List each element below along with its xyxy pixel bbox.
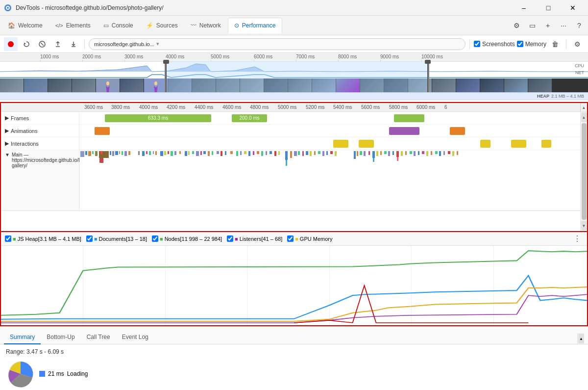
animations-label[interactable]: ▶ Animations [1, 125, 79, 137]
settings-button[interactable]: ⚙ [510, 19, 523, 32]
svg-rect-62 [274, 151, 276, 156]
svg-rect-74 [322, 151, 324, 156]
gpu-dot: ■ [295, 236, 298, 242]
main-thread-track[interactable]: ▼ Main — https://microsoftedge.github.io… [1, 150, 587, 211]
documents-checkbox[interactable] [86, 235, 93, 242]
animations-track[interactable]: ▶ Animations [1, 125, 587, 137]
gpu-checkbox-label[interactable]: ■ GPU Memory [287, 235, 332, 242]
js-heap-checkbox[interactable] [5, 235, 11, 242]
memory-label: Memory [525, 41, 546, 48]
screenshot-thumb [0, 78, 24, 92]
detail-tick-1: 3600 ms [84, 104, 103, 110]
svg-rect-87 [384, 151, 387, 154]
download-button[interactable] [67, 37, 80, 51]
svg-rect-48 [212, 151, 213, 155]
tab-elements[interactable]: </> Elements [49, 18, 97, 33]
svg-rect-56 [248, 151, 250, 156]
svg-rect-51 [225, 151, 226, 155]
close-button[interactable]: ✕ [562, 0, 584, 16]
main-thread-label[interactable]: ▼ Main — https://microsoftedge.github.io… [1, 150, 79, 210]
maximize-button[interactable]: □ [537, 0, 560, 16]
memory-menu-button[interactable]: ⋮ [571, 234, 583, 243]
screenshots-checkbox[interactable] [474, 41, 480, 47]
timeline-scroll-up[interactable]: ▲ [580, 103, 587, 112]
screenshot-thumb [336, 78, 360, 92]
svg-rect-82 [368, 151, 370, 155]
frames-track[interactable]: ▶ Frames 633.3 ms 200.0 ms [1, 112, 587, 125]
minimize-button[interactable]: – [513, 0, 535, 16]
ruler-tick-10: 10000 ms [421, 54, 443, 59]
interactions-track[interactable]: ▶ Interactions [1, 137, 587, 150]
svg-rect-63 [278, 151, 280, 155]
svg-rect-17 [92, 151, 94, 154]
devtools-tab-bar: 🏠 Welcome </> Elements ▭ Console ⚡ Sourc… [0, 16, 588, 35]
scroll-down-btn[interactable]: ▼ [581, 221, 587, 231]
nodes-checkbox-label[interactable]: ■ Nodes[11 998 – 22 984] [152, 235, 222, 242]
svg-rect-30 [142, 151, 145, 156]
loading-label: Loading [67, 370, 88, 377]
interaction-bar-5 [541, 140, 552, 148]
svg-rect-68 [298, 151, 300, 155]
nodes-checkbox[interactable] [152, 235, 158, 242]
tab-welcome[interactable]: 🏠 Welcome [2, 18, 49, 33]
frame-bar-1-label: 633.3 ms [148, 115, 168, 121]
scroll-up-btn[interactable]: ▲ [581, 112, 587, 122]
memory-checkbox[interactable] [517, 41, 523, 47]
record-button[interactable] [4, 37, 18, 51]
reload-record-button[interactable] [20, 37, 33, 51]
memory-checkbox-label[interactable]: Memory [517, 41, 546, 48]
tab-sources[interactable]: ⚡ Sources [140, 18, 184, 33]
tab-call-tree[interactable]: Call Tree [81, 331, 116, 344]
screenshots-checkbox-label[interactable]: Screenshots [474, 41, 515, 48]
tracks-scrollbar[interactable]: ▲ ▼ [580, 112, 587, 231]
interactions-label[interactable]: ▶ Interactions [1, 137, 79, 150]
clear-button[interactable] [35, 37, 49, 51]
svg-rect-75 [326, 151, 328, 155]
svg-rect-39 [174, 151, 176, 155]
trash-button[interactable]: 🗑 [548, 37, 562, 51]
panel-button[interactable]: ▭ [525, 19, 539, 32]
tab-performance[interactable]: ⊙ Performance [228, 18, 282, 33]
svg-rect-15 [85, 151, 87, 155]
svg-rect-55 [244, 151, 246, 154]
more-menu-button[interactable]: ··· [557, 19, 570, 32]
cpu-label-text: CPU [575, 63, 584, 68]
tab-summary[interactable]: Summary [4, 331, 41, 344]
svg-rect-16 [88, 151, 91, 156]
screenshot-thumb [240, 78, 264, 92]
help-button[interactable]: ? [572, 19, 586, 32]
nodes-label: Nodes[11 998 – 22 984] [165, 236, 222, 242]
tab-network[interactable]: 〰 Network [185, 18, 227, 33]
bottom-scrollbar[interactable]: ▲ [577, 333, 584, 344]
more-tools-button[interactable]: + [541, 19, 555, 32]
perf-settings-button[interactable]: ⚙ [570, 37, 584, 51]
performance-toolbar: microsoftedge.github.io... ▾ Screenshots… [0, 35, 588, 53]
svg-rect-99 [431, 151, 432, 155]
svg-rect-20 [99, 158, 103, 163]
svg-marker-4 [24, 43, 26, 45]
timeline-overview[interactable]: 1000 ms 2000 ms 3000 ms 4000 ms 5000 ms … [0, 53, 588, 102]
screenshot-thumb [264, 78, 288, 92]
tab-bottom-up[interactable]: Bottom-Up [41, 331, 80, 344]
listeners-checkbox-label[interactable]: ■ Listeners[41 – 68] [227, 235, 282, 242]
tab-bottom-up-label: Bottom-Up [47, 334, 74, 340]
bottom-scroll-up[interactable]: ▲ [578, 334, 584, 343]
svg-rect-21 [100, 151, 102, 154]
documents-checkbox-label[interactable]: ■ Documents[13 – 18] [86, 235, 147, 242]
scroll-up-arrow: ▲ [582, 115, 586, 120]
memory-header: ■ JS Heap[3.1 MB – 4.1 MB] ■ Documents[1… [1, 232, 587, 246]
overview-content: CPU NET [0, 62, 588, 92]
gpu-checkbox[interactable] [287, 235, 294, 242]
detail-tick-11: 5600 ms [361, 104, 380, 110]
scrollbar-thumb[interactable] [582, 123, 587, 220]
listeners-checkbox[interactable] [227, 235, 233, 242]
js-heap-checkbox-label[interactable]: ■ JS Heap[3.1 MB – 4.1 MB] [5, 235, 81, 242]
tab-event-log[interactable]: Event Log [116, 331, 154, 344]
frames-label[interactable]: ▶ Frames [1, 112, 79, 124]
svg-rect-86 [380, 151, 382, 155]
main-thread-content [79, 150, 587, 210]
tab-console[interactable]: ▭ Console [98, 18, 139, 33]
svg-rect-102 [443, 151, 445, 155]
documents-dot: ■ [94, 236, 98, 242]
upload-button[interactable] [51, 37, 65, 51]
